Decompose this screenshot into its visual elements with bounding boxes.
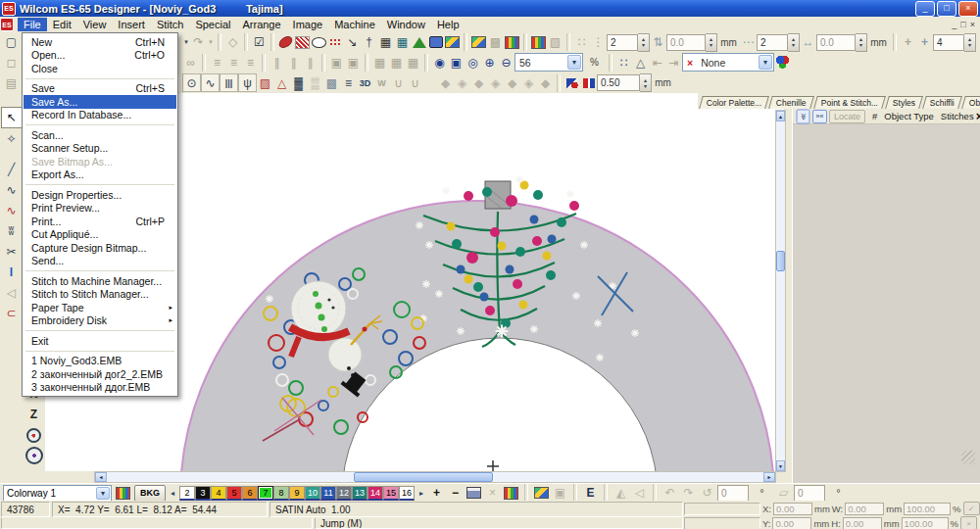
document-icon[interactable]: ES bbox=[0, 18, 14, 31]
swatch-5[interactable]: 5 bbox=[226, 486, 242, 501]
curve-tool-icon[interactable]: ⊂ bbox=[2, 304, 22, 323]
spacing-icon[interactable]: ↔ bbox=[800, 34, 816, 51]
backtrack-tool-icon[interactable]: ◁ bbox=[2, 283, 22, 303]
count-field[interactable]: 2 bbox=[757, 34, 788, 51]
zoom-in-icon[interactable]: ⊕ bbox=[481, 54, 498, 71]
menu-item-stitch-to-machine-manager[interactable]: Stitch to Machine Manager... bbox=[24, 274, 176, 288]
wizard-icon[interactable]: ◇ bbox=[224, 34, 241, 51]
effect-3d-icon[interactable]: 3D bbox=[357, 74, 373, 91]
menu-item-scanner-setup[interactable]: Scanner Setup... bbox=[24, 142, 176, 156]
polygon-select-tool-icon[interactable]: ✧ bbox=[2, 129, 22, 149]
menu-item-save-bitmap-as[interactable]: Save Bitmap As... bbox=[24, 155, 176, 168]
effect-dim-4-icon[interactable]: ◈ bbox=[487, 74, 504, 91]
morphing-icon[interactable] bbox=[564, 74, 580, 91]
effect-dim-2-icon[interactable]: ◈ bbox=[454, 74, 470, 91]
image-dim-icon[interactable]: ▩ bbox=[487, 34, 504, 51]
effect-dim-3-icon[interactable]: ◆ bbox=[470, 74, 487, 91]
oval-effect-1-icon[interactable]: ∪ bbox=[390, 74, 407, 91]
effect-dim-7-icon[interactable]: ◆ bbox=[537, 74, 554, 91]
offset-icon[interactable]: ⇅ bbox=[650, 34, 666, 51]
layers-field[interactable]: 2 bbox=[607, 34, 638, 51]
shrink-panel-icon[interactable]: »« bbox=[812, 110, 827, 123]
offset-field[interactable]: 0.0 bbox=[666, 34, 706, 51]
tab-styles[interactable]: Styles bbox=[885, 96, 923, 109]
align-left-icon[interactable]: ≡ bbox=[209, 54, 225, 71]
swatch-16[interactable]: 16 bbox=[399, 486, 415, 501]
swatch-15[interactable]: 15 bbox=[383, 486, 399, 501]
dots2-icon[interactable]: ⋯ bbox=[740, 34, 757, 51]
satin-column-icon[interactable]: ▓ bbox=[290, 74, 307, 91]
close-button[interactable]: × bbox=[958, 1, 978, 17]
fan-fill-icon[interactable]: ψ bbox=[238, 73, 257, 92]
horizontal-scrollbar[interactable]: ◄ ► bbox=[94, 471, 776, 483]
wreath-tool-icon[interactable] bbox=[24, 425, 44, 445]
scroll-right-arrow[interactable]: ► bbox=[763, 472, 775, 482]
menu-item-recent-2[interactable]: 2 законченный дог2_2.EMB bbox=[24, 367, 176, 381]
color-wheel-icon[interactable] bbox=[774, 54, 791, 71]
swatch-13[interactable]: 13 bbox=[352, 486, 368, 501]
align-right-icon[interactable]: ≡ bbox=[242, 54, 259, 71]
effect-dim-6-icon[interactable]: ◈ bbox=[520, 74, 537, 91]
background-color-button[interactable]: BKG bbox=[134, 485, 166, 502]
applique-icon[interactable] bbox=[427, 34, 444, 51]
menu-image[interactable]: Image bbox=[287, 18, 329, 31]
collapse-panel-icon[interactable]: ≪ bbox=[797, 109, 810, 123]
menu-item-close[interactable]: Close bbox=[24, 62, 176, 75]
menu-edit[interactable]: Edit bbox=[47, 18, 77, 31]
zoom-box-icon[interactable]: ▣ bbox=[448, 54, 465, 71]
scroll-left-arrow[interactable]: ◄ bbox=[95, 472, 107, 482]
menu-arrange[interactable]: Arrange bbox=[236, 18, 286, 31]
restore-button[interactable]: □ bbox=[937, 1, 956, 17]
swatch-3[interactable]: 3 bbox=[195, 486, 211, 501]
menu-view[interactable]: View bbox=[77, 18, 113, 31]
show-all-icon[interactable]: ∷ bbox=[615, 54, 632, 71]
scroll-up-arrow[interactable]: ▲ bbox=[776, 111, 785, 121]
zoom-out-icon[interactable]: ⊖ bbox=[498, 54, 514, 71]
toolbar-icon[interactable] bbox=[706, 33, 717, 52]
cut-dim-icon[interactable]: × bbox=[484, 485, 501, 502]
rotate-cw-icon[interactable]: ↷ bbox=[680, 485, 697, 502]
contour-lines-icon[interactable]: ≡ bbox=[340, 74, 357, 91]
swatch-8[interactable]: 8 bbox=[273, 486, 289, 501]
new-icon[interactable]: ▢ bbox=[3, 34, 20, 51]
penetration-tool-icon[interactable]: I bbox=[2, 263, 22, 282]
zoom-level-combo[interactable]: 56 bbox=[514, 53, 583, 72]
tab-point-stitch[interactable]: Point & Stitch... bbox=[813, 96, 886, 109]
spacing-field[interactable]: 0.0 bbox=[816, 34, 856, 51]
menu-item-recent-1[interactable]: 1 Noviy_God3.EMB bbox=[24, 355, 176, 368]
distribute-s-icon[interactable]: ∥ bbox=[302, 54, 318, 71]
fill-input-icon[interactable] bbox=[294, 34, 311, 51]
print-colorway-icon[interactable] bbox=[466, 485, 482, 502]
tatami2-icon[interactable]: ▨ bbox=[257, 74, 273, 91]
menu-item-stitch-to-stitch-manager[interactable]: Stitch to Stitch Manager... bbox=[24, 288, 176, 302]
vertical-scroll-thumb[interactable] bbox=[776, 251, 785, 271]
minimize-button[interactable]: _ bbox=[915, 1, 935, 17]
photo-icon[interactable] bbox=[444, 34, 461, 51]
layout-icon[interactable]: ▦ bbox=[394, 34, 411, 51]
scissors-tool-icon[interactable]: ✂ bbox=[2, 242, 22, 262]
menu-item-save-as[interactable]: Save As... bbox=[24, 95, 176, 109]
effect-dim-5-icon[interactable]: ◆ bbox=[504, 74, 520, 91]
palette-scroll-right-icon[interactable]: ▸ bbox=[417, 489, 425, 498]
swatch-9[interactable]: 9 bbox=[289, 486, 305, 501]
remove-color-icon[interactable]: − bbox=[447, 485, 464, 502]
panel-resize-grip[interactable] bbox=[961, 451, 975, 464]
toolbar-icon[interactable] bbox=[640, 73, 652, 92]
satin-input-icon[interactable] bbox=[277, 34, 294, 51]
toolbar-icon[interactable] bbox=[788, 33, 800, 52]
palette-editor-icon[interactable] bbox=[503, 485, 519, 502]
zigzag-fill-icon[interactable]: ∿ bbox=[201, 73, 220, 92]
menu-item-record-in-database[interactable]: Record In Database... bbox=[24, 109, 176, 122]
motif-input-icon[interactable] bbox=[327, 34, 344, 51]
menu-item-export-as[interactable]: Export As... bbox=[24, 168, 176, 182]
measure-tool-icon[interactable]: ╱ bbox=[2, 160, 22, 179]
menu-item-recent-3[interactable]: 3 законченный ддог.EMB bbox=[24, 381, 176, 395]
rotate-any-icon[interactable]: ↺ bbox=[699, 485, 715, 502]
spray-fill-icon[interactable]: ⊙ bbox=[182, 73, 201, 92]
doc-close-button[interactable]: × bbox=[970, 20, 975, 29]
mirror-z-tool-icon[interactable]: Z bbox=[24, 405, 44, 424]
locate-button[interactable]: Locate bbox=[829, 110, 865, 123]
doc-minimize-button[interactable]: _ bbox=[952, 20, 956, 29]
menu-help[interactable]: Help bbox=[431, 18, 466, 31]
manual-input-icon[interactable]: ↘ bbox=[344, 34, 361, 51]
